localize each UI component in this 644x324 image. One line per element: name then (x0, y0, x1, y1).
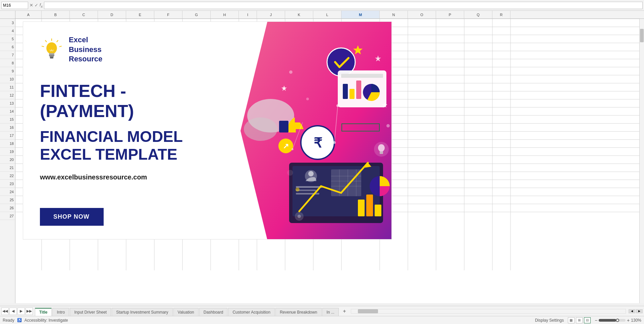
sheet-content[interactable]: Excel Business Resource FINTECH - (PAYME… (15, 19, 644, 303)
row-number-23[interactable]: 23 (0, 180, 15, 188)
tab-nav-first[interactable]: ◀◀ (1, 308, 9, 315)
svg-line-47 (42, 46, 44, 47)
sheet-tab-intro[interactable]: Intro (52, 308, 69, 316)
column-header-M[interactable]: M (341, 11, 380, 18)
banner-graphic-svg: ₹ ↗ (240, 22, 391, 239)
grid-container: 3456789101112131415161718192021222324252… (0, 19, 644, 303)
svg-point-98 (296, 187, 300, 192)
normal-view-icon[interactable]: ▦ (568, 317, 575, 323)
name-box[interactable]: M16 (1, 2, 28, 9)
scroll-left-btn[interactable]: ◀ (629, 309, 635, 313)
row-number-15[interactable]: 15 (0, 115, 15, 123)
tab-nav-prev[interactable]: ◀ (9, 308, 17, 315)
accessibility-status: Accessibility: Investigate (24, 318, 68, 323)
main-content: FINTECH - (PAYMENT) FINANCIAL MODEL EXCE… (40, 64, 224, 198)
sheet-tab-customer-acquisition[interactable]: Customer Acquisition (228, 308, 275, 316)
column-header-H[interactable]: H (211, 11, 239, 18)
row-number-21[interactable]: 21 (0, 164, 15, 172)
shop-now-button[interactable]: SHOP NOW (40, 208, 104, 226)
svg-rect-49 (49, 53, 54, 54)
sheet-tab-dashboard[interactable]: Dashboard (199, 308, 228, 316)
svg-line-45 (59, 46, 62, 47)
formula-input[interactable] (44, 2, 643, 9)
row-number-11[interactable]: 11 (0, 83, 15, 91)
row-number-6[interactable]: 6 (0, 43, 15, 51)
column-header-L[interactable]: L (313, 11, 341, 18)
svg-point-103 (333, 141, 336, 144)
website-url: www.excelbusinessresource.com (40, 173, 224, 181)
column-header-F[interactable]: F (154, 11, 182, 18)
column-header-D[interactable]: D (98, 11, 126, 18)
svg-point-95 (289, 70, 292, 74)
row-number-26[interactable]: 26 (0, 204, 15, 212)
row-number-16[interactable]: 16 (0, 123, 15, 131)
svg-point-106 (291, 148, 293, 150)
row-number-14[interactable]: 14 (0, 107, 15, 115)
column-header-E[interactable]: E (126, 11, 154, 18)
cancel-icon[interactable]: ✕ (30, 3, 33, 8)
zoom-out-btn[interactable]: − (595, 318, 597, 323)
svg-point-104 (336, 104, 339, 107)
row-number-5[interactable]: 5 (0, 35, 15, 43)
sheet-tab-valuation[interactable]: Valuation (173, 308, 199, 316)
column-header-G[interactable]: G (182, 11, 211, 18)
column-header-K[interactable]: K (285, 11, 313, 18)
svg-point-97 (306, 98, 309, 100)
column-header-B[interactable]: B (42, 11, 70, 18)
confirm-icon[interactable]: ✓ (35, 3, 38, 8)
sheet-tab-revenue-breakdown[interactable]: Revenue Breakdown (275, 308, 321, 316)
page-layout-icon[interactable]: ⊞ (576, 317, 583, 323)
column-header-A[interactable]: A (15, 11, 42, 18)
zoom-control: − + 130% (595, 318, 641, 323)
sheet-tab-input-driver-sheet[interactable]: Input Driver Sheet (70, 308, 111, 316)
row-number-19[interactable]: 19 (0, 148, 15, 156)
row-number-9[interactable]: 9 (0, 67, 15, 75)
scroll-right-btn[interactable]: ▶ (636, 309, 643, 313)
row-number-25[interactable]: 25 (0, 196, 15, 204)
column-headers: ABCDEFGHIJKLMNOPQR (0, 11, 644, 19)
sheet-tab-startup-investment-summary[interactable]: Startup Investment Summary (112, 308, 172, 316)
column-header-N[interactable]: N (380, 11, 408, 18)
row-number-7[interactable]: 7 (0, 51, 15, 59)
row-number-24[interactable]: 24 (0, 188, 15, 196)
svg-text:₹: ₹ (314, 136, 322, 150)
tab-nav-last[interactable]: ▶▶ (25, 308, 33, 315)
status-bar: Ready ♿ Accessibility: Investigate Displ… (0, 316, 644, 324)
svg-rect-94 (380, 151, 383, 154)
svg-line-46 (45, 40, 47, 42)
row-number-17[interactable]: 17 (0, 131, 15, 140)
row-number-4[interactable]: 4 (0, 27, 15, 35)
add-sheet-button[interactable]: + (341, 308, 348, 315)
svg-point-100 (298, 215, 301, 218)
fx-icon[interactable]: fx (40, 2, 43, 8)
promo-banner: Excel Business Resource FINTECH - (PAYME… (23, 21, 392, 239)
row-number-20[interactable]: 20 (0, 156, 15, 164)
display-settings[interactable]: Display Settings (535, 318, 564, 323)
page-break-icon[interactable]: ⊟ (584, 317, 591, 323)
column-header-Q[interactable]: Q (464, 11, 492, 18)
row-number-3[interactable]: 3 (0, 19, 15, 27)
row-number-18[interactable]: 18 (0, 140, 15, 148)
vertical-scrollbar[interactable] (639, 19, 644, 303)
column-header-R[interactable]: R (492, 11, 511, 18)
sheet-tab-title[interactable]: Title (35, 308, 52, 316)
banner-right-graphic: ₹ ↗ (240, 22, 391, 239)
status-left: Ready ♿ Accessibility: Investigate (3, 318, 68, 323)
tab-nav-next[interactable]: ▶ (17, 308, 25, 315)
row-number-10[interactable]: 10 (0, 75, 15, 83)
column-header-O[interactable]: O (408, 11, 436, 18)
bulb-icon (40, 38, 63, 61)
zoom-in-btn[interactable]: + (627, 318, 630, 323)
svg-rect-52 (50, 57, 54, 59)
sheet-tab-in-...[interactable]: In ... (322, 308, 339, 316)
column-header-J[interactable]: J (257, 11, 285, 18)
row-number-27[interactable]: 27 (0, 212, 15, 220)
column-header-I[interactable]: I (239, 11, 257, 18)
row-number-12[interactable]: 12 (0, 91, 15, 99)
column-header-C[interactable]: C (70, 11, 98, 18)
zoom-level: 130% (631, 318, 641, 323)
column-header-P[interactable]: P (436, 11, 464, 18)
row-number-8[interactable]: 8 (0, 59, 15, 67)
row-number-13[interactable]: 13 (0, 99, 15, 107)
row-number-22[interactable]: 22 (0, 172, 15, 180)
